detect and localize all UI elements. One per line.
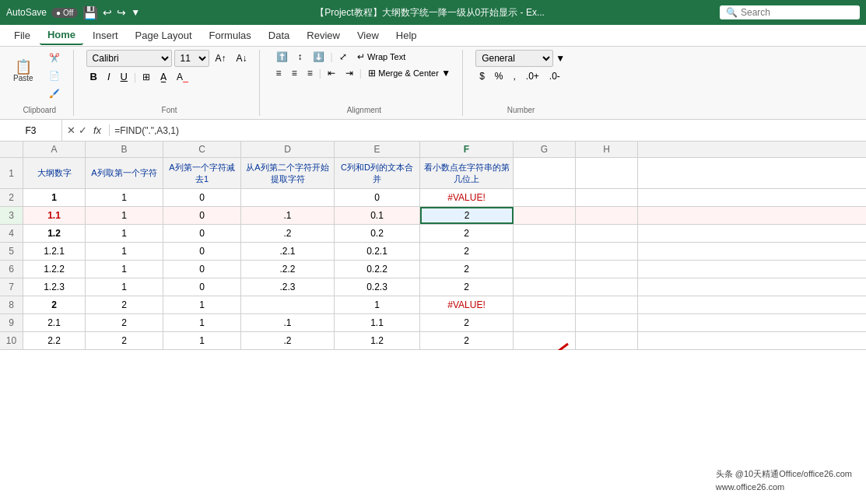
cell-e10[interactable]: 1.2 — [335, 332, 420, 349]
menu-data[interactable]: Data — [261, 26, 297, 44]
font-size-select[interactable]: 11 — [174, 50, 209, 67]
cell-c9[interactable]: 1 — [163, 314, 241, 331]
align-bottom-button[interactable]: ⬇️ — [309, 50, 328, 64]
cell-c10[interactable]: 1 — [163, 332, 241, 349]
bold-button[interactable]: B — [86, 69, 101, 84]
redo-icon[interactable]: ↪ — [117, 6, 126, 19]
number-format-select[interactable]: General — [475, 50, 553, 67]
menu-page-layout[interactable]: Page Layout — [128, 26, 200, 44]
cell-g1[interactable] — [514, 158, 576, 188]
increase-indent-button[interactable]: ⇥ — [342, 66, 357, 80]
cell-a3[interactable]: 1.1 — [23, 207, 86, 224]
fill-color-button[interactable]: A̲ — [156, 70, 170, 84]
align-top-button[interactable]: ⬆️ — [272, 50, 292, 64]
percent-button[interactable]: % — [491, 69, 507, 83]
cell-b7[interactable]: 1 — [86, 278, 163, 296]
cell-f7[interactable]: 2 — [420, 278, 514, 296]
menu-formulas[interactable]: Formulas — [202, 26, 259, 44]
cell-reference-box[interactable]: F3 — [0, 120, 62, 141]
cancel-formula-icon[interactable]: ✕ — [67, 124, 75, 136]
cell-f6[interactable]: 2 — [420, 261, 514, 278]
col-header-a[interactable]: A — [23, 142, 86, 157]
cell-f8[interactable]: #VALUE! — [420, 296, 514, 313]
font-color-button[interactable]: A_ — [173, 70, 192, 84]
cell-e3[interactable]: 0.1 — [335, 207, 420, 224]
align-right-button[interactable]: ≡ — [303, 66, 317, 80]
cell-h7[interactable] — [576, 278, 638, 296]
cell-f9[interactable]: 2 — [420, 314, 514, 331]
save-icon[interactable]: 💾 — [82, 5, 98, 20]
confirm-formula-icon[interactable]: ✓ — [79, 124, 87, 136]
customize-icon[interactable]: ▼ — [131, 7, 140, 18]
cell-a10[interactable]: 2.2 — [23, 332, 86, 349]
cell-h8[interactable] — [576, 296, 638, 313]
decrease-font-button[interactable]: A↓ — [233, 51, 251, 65]
copy-button[interactable]: 📄 — [44, 68, 65, 84]
font-name-select[interactable]: Calibri — [86, 50, 172, 67]
cell-e8[interactable]: 1 — [335, 296, 420, 313]
cell-a6[interactable]: 1.2.2 — [23, 261, 86, 278]
cell-h9[interactable] — [576, 314, 638, 331]
cell-a7[interactable]: 1.2.3 — [23, 278, 86, 296]
cell-e6[interactable]: 0.2.2 — [335, 261, 420, 278]
cell-g3[interactable] — [514, 207, 576, 224]
cell-h3[interactable] — [576, 207, 638, 224]
cell-e4[interactable]: 0.2 — [335, 225, 420, 242]
cell-g9[interactable] — [514, 314, 576, 331]
decrease-decimal-button[interactable]: .0- — [545, 69, 564, 83]
cell-h2[interactable] — [576, 189, 638, 206]
cell-d1[interactable]: 从A列第二个字符开始提取字符 — [241, 158, 335, 188]
increase-font-button[interactable]: A↑ — [212, 51, 230, 65]
cell-g4[interactable] — [514, 225, 576, 242]
underline-button[interactable]: U — [117, 69, 131, 84]
cell-f4[interactable]: 2 — [420, 225, 514, 242]
search-box[interactable]: 🔍 — [720, 5, 860, 19]
menu-help[interactable]: Help — [388, 26, 425, 44]
cell-b2[interactable]: 1 — [86, 189, 163, 206]
cell-b9[interactable]: 2 — [86, 314, 163, 331]
cell-f10[interactable]: 2 — [420, 332, 514, 349]
cell-d4[interactable]: .2 — [241, 225, 335, 242]
cell-h1[interactable] — [576, 158, 638, 188]
cell-h6[interactable] — [576, 261, 638, 278]
text-angle-button[interactable]: ⤢ — [335, 50, 351, 64]
menu-review[interactable]: Review — [299, 26, 348, 44]
cell-a4[interactable]: 1.2 — [23, 225, 86, 242]
increase-decimal-button[interactable]: .0+ — [522, 69, 543, 83]
currency-button[interactable]: $ — [475, 69, 489, 83]
cell-f1[interactable]: 看小数点在字符串的第几位上 — [420, 158, 514, 188]
cell-b10[interactable]: 2 — [86, 332, 163, 349]
col-header-c[interactable]: C — [163, 142, 241, 157]
align-left-button[interactable]: ≡ — [272, 66, 286, 80]
cell-c4[interactable]: 0 — [163, 225, 241, 242]
cell-a8[interactable]: 2 — [23, 296, 86, 313]
menu-file[interactable]: File — [6, 26, 38, 44]
search-input[interactable] — [741, 7, 854, 18]
number-format-expand[interactable]: ▼ — [556, 53, 565, 64]
cell-g5[interactable] — [514, 243, 576, 260]
cell-c2[interactable]: 0 — [163, 189, 241, 206]
cell-c5[interactable]: 0 — [163, 243, 241, 260]
cell-g8[interactable] — [514, 296, 576, 313]
cell-b4[interactable]: 1 — [86, 225, 163, 242]
wrap-text-button[interactable]: ↵ Wrap Text — [353, 50, 409, 64]
decrease-indent-button[interactable]: ⇤ — [324, 66, 339, 80]
cell-c8[interactable]: 1 — [163, 296, 241, 313]
col-header-h[interactable]: H — [576, 142, 638, 157]
cell-f3[interactable]: 2 — [420, 207, 514, 224]
cell-c6[interactable]: 0 — [163, 261, 241, 278]
cell-a2[interactable]: 1 — [23, 189, 86, 206]
cell-d3[interactable]: .1 — [241, 207, 335, 224]
italic-button[interactable]: I — [103, 69, 114, 84]
merge-dropdown-icon[interactable]: ▼ — [441, 68, 451, 79]
paste-button[interactable]: 📋 Paste — [6, 50, 40, 92]
comma-button[interactable]: , — [510, 69, 520, 83]
cell-e7[interactable]: 0.2.3 — [335, 278, 420, 296]
cell-e5[interactable]: 0.2.1 — [335, 243, 420, 260]
menu-view[interactable]: View — [349, 26, 387, 44]
col-header-d[interactable]: D — [241, 142, 335, 157]
cell-b1[interactable]: A列取第一个字符 — [86, 158, 163, 188]
cell-d8[interactable] — [241, 296, 335, 313]
cut-button[interactable]: ✂️ — [44, 50, 65, 66]
undo-icon[interactable]: ↩ — [103, 6, 112, 19]
